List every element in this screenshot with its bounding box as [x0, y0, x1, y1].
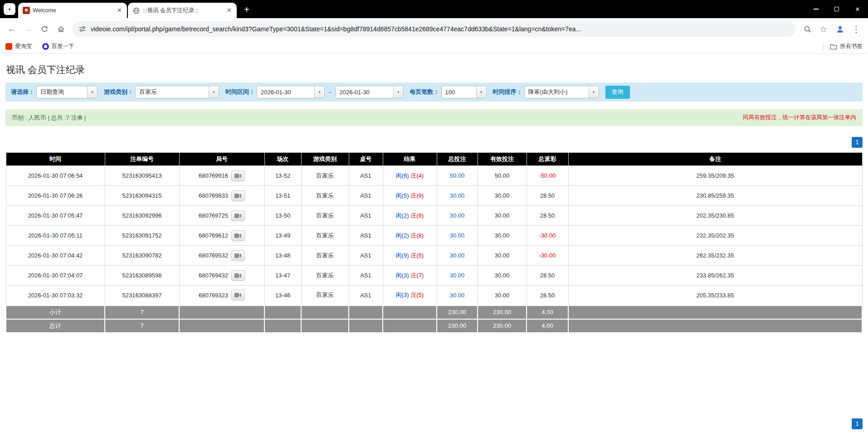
- menu-button[interactable]: ⋮: [848, 21, 864, 37]
- date-to-dropdown[interactable]: 2026-01-30 ▾: [336, 86, 404, 98]
- result-banker: 庄(9): [411, 212, 424, 219]
- game-type-dropdown[interactable]: 百家乐 ▾: [135, 86, 219, 98]
- globe-favicon-icon: [132, 7, 140, 14]
- bookmark-aitaobao[interactable]: 爱淘宝: [5, 43, 32, 50]
- result-player: 闲(2): [396, 232, 409, 239]
- cell-payout: -50.00: [527, 166, 568, 186]
- grand-total-empty: [383, 319, 437, 333]
- total-bet-link[interactable]: 30.00: [450, 292, 465, 299]
- bookmark-label: 百度一下: [52, 43, 74, 50]
- back-button[interactable]: ←: [4, 21, 20, 37]
- chevron-down-icon[interactable]: ▾: [589, 86, 599, 98]
- all-bookmarks-button[interactable]: 所有书签: [830, 43, 863, 50]
- chevron-down-icon[interactable]: ▾: [87, 86, 97, 98]
- cell-table-no: AS1: [349, 246, 383, 266]
- grand-total-empty: [349, 319, 383, 333]
- sort-label: 时间排序：: [493, 88, 522, 96]
- video-replay-button[interactable]: [231, 270, 245, 281]
- chevron-down-icon[interactable]: ▾: [209, 86, 219, 98]
- zoom-button[interactable]: [799, 21, 815, 37]
- cell-session: 13-48: [264, 246, 301, 266]
- minimize-button[interactable]: [805, 0, 826, 18]
- cell-round: 680769432: [179, 266, 264, 286]
- cell-time: 2026-01-30 07:05:47: [6, 206, 105, 226]
- chevron-down-icon[interactable]: ▾: [476, 86, 486, 98]
- cell-time: 2026-01-30 07:06:26: [6, 186, 105, 206]
- cell-bet-id: 523163089598: [105, 266, 179, 286]
- bookmark-star-button[interactable]: ☆: [815, 21, 832, 37]
- tab-search-button[interactable]: ▾: [4, 3, 15, 15]
- cell-result: 闲(3)庄(7): [383, 266, 437, 286]
- cell-session: 13-52: [264, 166, 301, 186]
- total-bet-link[interactable]: 30.00: [450, 252, 465, 259]
- browser-titlebar: ▾ Welcome ✕ :::视讯 会员下注纪录::: ✕ + ✕: [0, 0, 868, 18]
- round-number: 680769916: [199, 172, 228, 179]
- date-from-dropdown[interactable]: 2026-01-30 ▾: [257, 86, 325, 98]
- bet-records-table: 时间 注单编号 局号 场次 游戏类别 桌号 结果 总投注 有效投注 总派彩 备注…: [5, 152, 863, 333]
- total-bet-link[interactable]: 30.00: [450, 212, 465, 219]
- total-bet-link[interactable]: 50.00: [450, 172, 465, 179]
- video-replay-button[interactable]: [231, 190, 245, 201]
- grand-total-payout: 4.00: [527, 319, 568, 333]
- maximize-button[interactable]: [826, 0, 847, 18]
- tab-title: Welcome: [33, 7, 113, 14]
- tab-close-icon[interactable]: ✕: [225, 7, 233, 15]
- grand-total-empty: [264, 319, 301, 333]
- url-text[interactable]: videoie.com/ipl/portal.php/game/betrecor…: [91, 25, 581, 33]
- browser-navbar: ← → videoie.com/ipl/portal.php/game/betr…: [0, 18, 868, 40]
- site-settings-icon[interactable]: [79, 25, 86, 33]
- result-player: 闲(3): [396, 291, 409, 298]
- page-number-button[interactable]: 1: [852, 137, 863, 148]
- result-banker: 庄(7): [411, 272, 424, 279]
- video-replay-button[interactable]: [231, 290, 245, 301]
- tab-title: :::视讯 会员下注纪录:::: [142, 7, 223, 15]
- total-bet-link[interactable]: 30.00: [450, 232, 465, 239]
- address-bar[interactable]: videoie.com/ipl/portal.php/game/betrecor…: [73, 21, 795, 37]
- total-bet-link[interactable]: 30.00: [450, 272, 465, 279]
- table-row: 2026-01-30 07:03:32 523163088397 6807693…: [6, 286, 862, 306]
- cell-table-no: AS1: [349, 186, 383, 206]
- date-from-value: 2026-01-30: [257, 86, 314, 98]
- bookmark-baidu[interactable]: 百度一下: [42, 43, 74, 50]
- tab-close-icon[interactable]: ✕: [116, 7, 123, 15]
- page-number-button[interactable]: 1: [852, 418, 863, 429]
- cell-game-type: 百家乐: [301, 286, 349, 306]
- cell-valid-bet: 30.00: [478, 246, 527, 266]
- sort-dropdown[interactable]: 降幂(由大到小) ▾: [524, 86, 599, 98]
- home-button[interactable]: [53, 21, 69, 37]
- forward-button[interactable]: →: [20, 21, 36, 37]
- profile-button[interactable]: [832, 21, 848, 37]
- cell-table-no: AS1: [349, 206, 383, 226]
- result-banker: 庄(8): [411, 232, 424, 239]
- refresh-button[interactable]: [36, 21, 53, 37]
- minimize-icon: [814, 9, 819, 10]
- new-tab-button[interactable]: +: [240, 3, 253, 16]
- cell-round: 680769725: [179, 206, 264, 226]
- subtotal-total-bet: 230.00: [437, 306, 478, 319]
- select-type-dropdown[interactable]: 日期查询 ▾: [36, 86, 98, 98]
- video-replay-button[interactable]: [231, 230, 245, 241]
- chevron-down-icon[interactable]: ▾: [314, 86, 324, 98]
- cell-note: 205.35/233.85: [568, 286, 862, 306]
- browser-tab-welcome[interactable]: Welcome ✕: [18, 3, 127, 18]
- page-title: 视讯 会员下注纪录: [0, 53, 868, 83]
- page-size-dropdown[interactable]: 100 ▾: [441, 86, 487, 98]
- cell-round: 680769916: [179, 166, 264, 186]
- all-bookmarks-label: 所有书签: [840, 43, 863, 50]
- search-button[interactable]: 查询: [605, 86, 630, 99]
- video-replay-button[interactable]: [231, 250, 245, 261]
- cell-round: 680769532: [179, 246, 264, 266]
- grand-total-empty: [568, 319, 862, 333]
- browser-tab-betrecord[interactable]: :::视讯 会员下注纪录::: ✕: [128, 3, 237, 18]
- subtotal-empty: [349, 306, 383, 319]
- cell-total-bet: 30.00: [437, 186, 478, 206]
- header-note: 备注: [568, 153, 862, 166]
- close-button[interactable]: ✕: [847, 0, 868, 18]
- table-row: 2026-01-30 07:06:26 523163094315 6807698…: [6, 186, 862, 206]
- video-replay-button[interactable]: [231, 210, 245, 221]
- total-bet-link[interactable]: 30.00: [450, 192, 465, 199]
- chevron-down-icon[interactable]: ▾: [393, 86, 403, 98]
- video-replay-button[interactable]: [231, 170, 245, 181]
- window-controls: ✕: [805, 0, 868, 18]
- game-type-value: 百家乐: [136, 86, 209, 98]
